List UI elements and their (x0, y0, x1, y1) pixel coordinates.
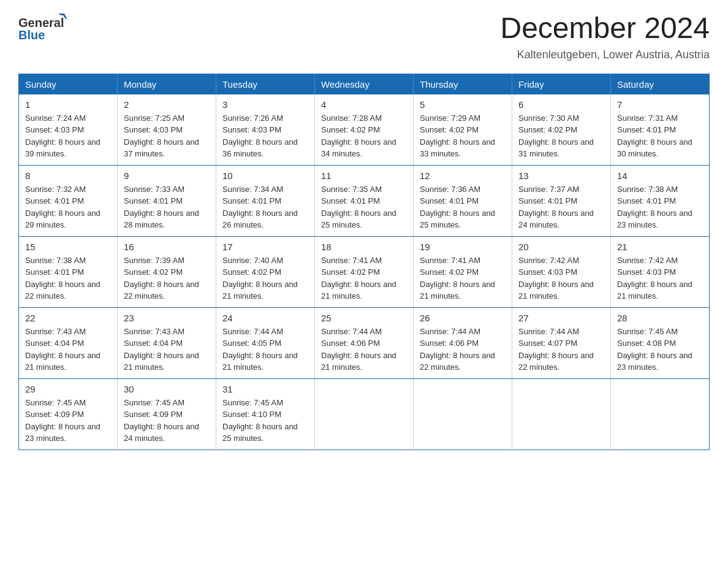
calendar-day-cell: 16 Sunrise: 7:39 AMSunset: 4:02 PMDaylig… (118, 236, 216, 307)
day-number: 17 (222, 242, 308, 252)
calendar-day-cell: 7 Sunrise: 7:31 AMSunset: 4:01 PMDayligh… (611, 94, 710, 166)
day-number: 19 (420, 242, 506, 252)
calendar-day-cell: 21 Sunrise: 7:42 AMSunset: 4:03 PMDaylig… (611, 236, 710, 307)
calendar-day-cell: 1 Sunrise: 7:24 AMSunset: 4:03 PMDayligh… (19, 94, 118, 166)
day-number: 30 (124, 384, 210, 394)
calendar-day-cell (611, 378, 710, 450)
day-number: 10 (222, 170, 308, 181)
calendar-day-cell: 9 Sunrise: 7:33 AMSunset: 4:01 PMDayligh… (118, 165, 216, 236)
day-info: Sunrise: 7:44 AMSunset: 4:05 PMDaylight:… (222, 327, 298, 372)
day-number: 15 (25, 242, 111, 252)
weekday-header-row: SundayMondayTuesdayWednesdayThursdayFrid… (19, 74, 710, 94)
day-number: 2 (124, 99, 210, 110)
day-number: 8 (25, 170, 111, 181)
day-number: 20 (518, 242, 604, 252)
day-info: Sunrise: 7:40 AMSunset: 4:02 PMDaylight:… (222, 256, 298, 301)
day-info: Sunrise: 7:45 AMSunset: 4:09 PMDaylight:… (25, 398, 100, 443)
day-info: Sunrise: 7:35 AMSunset: 4:01 PMDaylight:… (321, 185, 396, 230)
day-info: Sunrise: 7:44 AMSunset: 4:06 PMDaylight:… (321, 327, 396, 372)
day-number: 26 (420, 313, 506, 323)
svg-text:Blue: Blue (18, 28, 45, 42)
day-info: Sunrise: 7:33 AMSunset: 4:01 PMDaylight:… (124, 185, 199, 230)
calendar-day-cell: 11 Sunrise: 7:35 AMSunset: 4:01 PMDaylig… (315, 165, 414, 236)
calendar-day-cell: 13 Sunrise: 7:37 AMSunset: 4:01 PMDaylig… (512, 165, 611, 236)
calendar-day-cell: 30 Sunrise: 7:45 AMSunset: 4:09 PMDaylig… (118, 378, 216, 450)
logo: General Blue (18, 12, 67, 46)
page-header: General Blue December 2024 Kaltenleutgeb… (18, 12, 710, 61)
day-info: Sunrise: 7:38 AMSunset: 4:01 PMDaylight:… (25, 256, 100, 301)
calendar-week-row: 8 Sunrise: 7:32 AMSunset: 4:01 PMDayligh… (19, 165, 710, 236)
day-number: 13 (518, 170, 604, 181)
day-info: Sunrise: 7:42 AMSunset: 4:03 PMDaylight:… (518, 256, 594, 301)
day-info: Sunrise: 7:44 AMSunset: 4:07 PMDaylight:… (518, 327, 594, 372)
day-info: Sunrise: 7:42 AMSunset: 4:03 PMDaylight:… (617, 256, 692, 301)
calendar-day-cell: 19 Sunrise: 7:41 AMSunset: 4:02 PMDaylig… (414, 236, 512, 307)
day-info: Sunrise: 7:41 AMSunset: 4:02 PMDaylight:… (420, 256, 495, 301)
day-info: Sunrise: 7:36 AMSunset: 4:01 PMDaylight:… (420, 185, 495, 230)
day-number: 5 (420, 99, 506, 110)
calendar-day-cell: 17 Sunrise: 7:40 AMSunset: 4:02 PMDaylig… (216, 236, 315, 307)
day-info: Sunrise: 7:26 AMSunset: 4:03 PMDaylight:… (222, 113, 298, 159)
weekday-header-friday: Friday (512, 74, 611, 94)
day-info: Sunrise: 7:45 AMSunset: 4:08 PMDaylight:… (617, 327, 692, 372)
day-number: 24 (222, 313, 308, 323)
calendar-day-cell: 12 Sunrise: 7:36 AMSunset: 4:01 PMDaylig… (414, 165, 512, 236)
day-info: Sunrise: 7:39 AMSunset: 4:02 PMDaylight:… (124, 256, 199, 301)
day-number: 3 (222, 99, 308, 110)
calendar-week-row: 15 Sunrise: 7:38 AMSunset: 4:01 PMDaylig… (19, 236, 710, 307)
calendar-day-cell: 22 Sunrise: 7:43 AMSunset: 4:04 PMDaylig… (19, 307, 118, 378)
month-title: December 2024 (500, 12, 710, 45)
calendar-week-row: 22 Sunrise: 7:43 AMSunset: 4:04 PMDaylig… (19, 307, 710, 378)
logo-svg: General Blue (18, 12, 67, 46)
calendar-day-cell: 24 Sunrise: 7:44 AMSunset: 4:05 PMDaylig… (216, 307, 315, 378)
day-info: Sunrise: 7:32 AMSunset: 4:01 PMDaylight:… (25, 185, 100, 230)
calendar-day-cell: 20 Sunrise: 7:42 AMSunset: 4:03 PMDaylig… (512, 236, 611, 307)
day-info: Sunrise: 7:41 AMSunset: 4:02 PMDaylight:… (321, 256, 396, 301)
calendar-week-row: 1 Sunrise: 7:24 AMSunset: 4:03 PMDayligh… (19, 94, 710, 166)
day-info: Sunrise: 7:43 AMSunset: 4:04 PMDaylight:… (124, 327, 199, 372)
day-number: 18 (321, 242, 407, 252)
calendar-day-cell: 31 Sunrise: 7:45 AMSunset: 4:10 PMDaylig… (216, 378, 315, 450)
day-number: 21 (617, 242, 703, 252)
day-number: 4 (321, 99, 407, 110)
calendar-day-cell: 8 Sunrise: 7:32 AMSunset: 4:01 PMDayligh… (19, 165, 118, 236)
weekday-header-monday: Monday (118, 74, 216, 94)
location-title: Kaltenleutgeben, Lower Austria, Austria (500, 48, 710, 61)
day-number: 23 (124, 313, 210, 323)
day-info: Sunrise: 7:43 AMSunset: 4:04 PMDaylight:… (25, 327, 100, 372)
calendar-day-cell: 3 Sunrise: 7:26 AMSunset: 4:03 PMDayligh… (216, 94, 315, 166)
calendar-day-cell: 25 Sunrise: 7:44 AMSunset: 4:06 PMDaylig… (315, 307, 414, 378)
calendar-day-cell (414, 378, 512, 450)
weekday-header-wednesday: Wednesday (315, 74, 414, 94)
day-number: 22 (25, 313, 111, 323)
calendar-week-row: 29 Sunrise: 7:45 AMSunset: 4:09 PMDaylig… (19, 378, 710, 450)
day-number: 11 (321, 170, 407, 181)
day-number: 31 (222, 384, 308, 394)
calendar-day-cell: 5 Sunrise: 7:29 AMSunset: 4:02 PMDayligh… (414, 94, 512, 166)
calendar-day-cell: 28 Sunrise: 7:45 AMSunset: 4:08 PMDaylig… (611, 307, 710, 378)
calendar-day-cell: 27 Sunrise: 7:44 AMSunset: 4:07 PMDaylig… (512, 307, 611, 378)
day-info: Sunrise: 7:45 AMSunset: 4:09 PMDaylight:… (124, 398, 199, 443)
day-info: Sunrise: 7:24 AMSunset: 4:03 PMDaylight:… (25, 113, 100, 159)
day-number: 14 (617, 170, 703, 181)
day-info: Sunrise: 7:30 AMSunset: 4:02 PMDaylight:… (518, 113, 594, 159)
day-number: 28 (617, 313, 703, 323)
calendar-day-cell: 4 Sunrise: 7:28 AMSunset: 4:02 PMDayligh… (315, 94, 414, 166)
day-info: Sunrise: 7:34 AMSunset: 4:01 PMDaylight:… (222, 185, 298, 230)
day-info: Sunrise: 7:31 AMSunset: 4:01 PMDaylight:… (617, 113, 692, 159)
day-number: 29 (25, 384, 111, 394)
day-info: Sunrise: 7:38 AMSunset: 4:01 PMDaylight:… (617, 185, 692, 230)
day-number: 27 (518, 313, 604, 323)
calendar-day-cell: 29 Sunrise: 7:45 AMSunset: 4:09 PMDaylig… (19, 378, 118, 450)
day-info: Sunrise: 7:44 AMSunset: 4:06 PMDaylight:… (420, 327, 495, 372)
calendar-day-cell: 14 Sunrise: 7:38 AMSunset: 4:01 PMDaylig… (611, 165, 710, 236)
day-info: Sunrise: 7:45 AMSunset: 4:10 PMDaylight:… (222, 398, 298, 443)
day-info: Sunrise: 7:25 AMSunset: 4:03 PMDaylight:… (124, 113, 199, 159)
day-number: 9 (124, 170, 210, 181)
day-info: Sunrise: 7:28 AMSunset: 4:02 PMDaylight:… (321, 113, 396, 159)
calendar-day-cell: 18 Sunrise: 7:41 AMSunset: 4:02 PMDaylig… (315, 236, 414, 307)
day-number: 1 (25, 99, 111, 110)
calendar-day-cell: 6 Sunrise: 7:30 AMSunset: 4:02 PMDayligh… (512, 94, 611, 166)
calendar-day-cell: 10 Sunrise: 7:34 AMSunset: 4:01 PMDaylig… (216, 165, 315, 236)
day-number: 7 (617, 99, 703, 110)
